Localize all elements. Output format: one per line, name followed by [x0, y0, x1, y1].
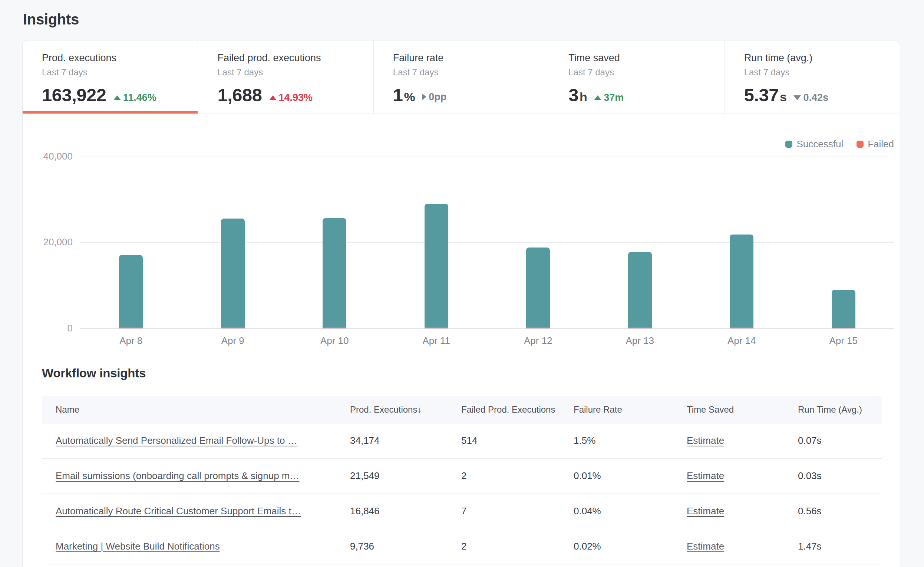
metric-delta: 0pp [422, 91, 446, 103]
x-axis-tick: Apr 11 [407, 335, 466, 347]
executions-bar-chart: Successful Failed 40,000 20,000 0 Apr 8A… [22, 123, 900, 379]
metric-label: Prod. executions [42, 52, 186, 64]
y-axis-tick: 40,000 [22, 150, 73, 162]
workflow-insights-table: Name Prod. Executions↓ Failed Prod. Exec… [42, 396, 882, 567]
estimate-link[interactable]: Estimate [687, 435, 724, 446]
x-axis-tick: Apr 12 [508, 335, 568, 347]
table-header-row: Name Prod. Executions↓ Failed Prod. Exec… [42, 396, 882, 423]
trend-up-icon [594, 95, 602, 100]
failed-prod-executions-cell: 2 [461, 529, 574, 564]
metric-tab-run-time-avg[interactable]: Run time (avg.) Last 7 days 5.37s 0.42s [724, 41, 900, 114]
metric-label: Failure rate [393, 52, 538, 64]
x-axis-tick: Apr 13 [610, 335, 670, 347]
column-header-failure-rate[interactable]: Failure Rate [574, 396, 687, 423]
metric-delta: 0.42s [794, 92, 828, 104]
column-header-time-saved[interactable]: Time Saved [687, 396, 798, 423]
active-tab-indicator [22, 111, 198, 114]
workflow-name-link[interactable]: Automatically Route Critical Customer Su… [56, 505, 344, 517]
x-axis-tick: Apr 10 [305, 335, 364, 347]
metric-period: Last 7 days [42, 67, 186, 78]
run-time-cell: 0.07s [798, 423, 882, 458]
run-time-cell: 0.56s [798, 493, 882, 529]
column-header-name[interactable]: Name [42, 396, 350, 423]
metric-period: Last 7 days [217, 67, 362, 78]
run-time-cell: 0.03s [798, 458, 882, 493]
insights-panel: Prod. executions Last 7 days 163,922 11.… [22, 40, 900, 567]
failed-prod-executions-cell: 7 [461, 493, 574, 529]
metric-value: 1% [393, 84, 415, 105]
metric-tab-failure-rate[interactable]: Failure rate Last 7 days 1% 0pp [374, 41, 549, 114]
column-header-failed-prod-executions[interactable]: Failed Prod. Executions [461, 396, 574, 423]
workflow-row: Marketing | Website Build Notifications9… [42, 529, 882, 564]
metric-delta: 11.46% [114, 92, 156, 104]
workflow-name-link[interactable]: Automatically Send Personalized Email Fo… [56, 435, 344, 447]
chart-x-labels: Apr 8Apr 9Apr 10Apr 11Apr 12Apr 13Apr 14… [80, 123, 894, 379]
metric-label: Time saved [568, 52, 713, 64]
x-axis-tick: Apr 15 [814, 335, 873, 347]
metric-label: Run time (avg.) [744, 52, 889, 64]
column-header-prod-executions[interactable]: Prod. Executions↓ [350, 396, 461, 423]
estimate-link[interactable]: Estimate [687, 470, 724, 481]
trend-flat-icon [422, 93, 426, 100]
prod-executions-cell: 34,174 [350, 423, 461, 458]
failure-rate-cell: 0.02% [574, 529, 687, 564]
metric-label: Failed prod. executions [217, 52, 362, 64]
metric-tab-prod-executions[interactable]: Prod. executions Last 7 days 163,922 11.… [22, 41, 198, 114]
x-axis-tick: Apr 9 [203, 335, 262, 347]
column-header-run-time-avg[interactable]: Run Time (Avg.) [798, 396, 882, 423]
failed-prod-executions-cell: 2 [461, 458, 574, 493]
metric-delta: 14.93% [269, 92, 313, 104]
prod-executions-cell: 9,736 [350, 529, 461, 564]
workflow-name-link[interactable]: Marketing | Website Build Notifications [56, 541, 344, 552]
metric-tab-failed-prod-executions[interactable]: Failed prod. executions Last 7 days 1,68… [198, 41, 373, 114]
x-axis-tick: Apr 8 [101, 335, 160, 347]
workflow-insights-heading: Workflow insights [42, 366, 146, 381]
prod-executions-cell: 16,846 [350, 493, 461, 529]
estimate-link[interactable]: Estimate [687, 541, 724, 552]
y-axis-tick: 20,000 [22, 236, 73, 248]
workflow-row: Email sumissions (onboarding call prompt… [42, 458, 882, 493]
metric-value: 3h [568, 84, 587, 105]
workflow-row: Automatically Send Personalized Email Fo… [42, 423, 882, 458]
run-time-cell: 1.47s [798, 529, 882, 564]
failure-rate-cell: 0.01% [574, 458, 687, 493]
failure-rate-cell: 0.04% [574, 493, 687, 529]
failure-rate-cell: 1.5% [574, 423, 687, 458]
page-title: Insights [23, 11, 79, 28]
metric-period: Last 7 days [744, 67, 889, 78]
metric-period: Last 7 days [568, 67, 713, 78]
sort-descending-icon: ↓ [417, 405, 422, 415]
insights-page: Insights Prod. executions Last 7 days 16… [0, 0, 924, 567]
metric-tab-time-saved[interactable]: Time saved Last 7 days 3h 37m [549, 41, 724, 114]
metric-summary-row: Prod. executions Last 7 days 163,922 11.… [22, 41, 900, 114]
prod-executions-cell: 21,549 [350, 458, 461, 493]
trend-up-icon [269, 95, 277, 100]
metric-period: Last 7 days [393, 67, 538, 78]
x-axis-tick: Apr 14 [712, 335, 771, 347]
workflow-name-link[interactable]: Email sumissions (onboarding call prompt… [56, 470, 344, 482]
metric-value: 163,922 [42, 84, 106, 105]
y-axis-tick: 0 [22, 322, 73, 334]
failed-prod-executions-cell: 514 [461, 423, 574, 458]
metric-delta: 37m [594, 92, 624, 104]
trend-down-icon [794, 95, 801, 100]
metric-value: 1,688 [217, 84, 262, 105]
trend-up-icon [114, 95, 121, 100]
workflow-row: Automatically Route Critical Customer Su… [42, 493, 882, 529]
metric-value: 5.37s [744, 84, 787, 105]
estimate-link[interactable]: Estimate [687, 505, 724, 517]
